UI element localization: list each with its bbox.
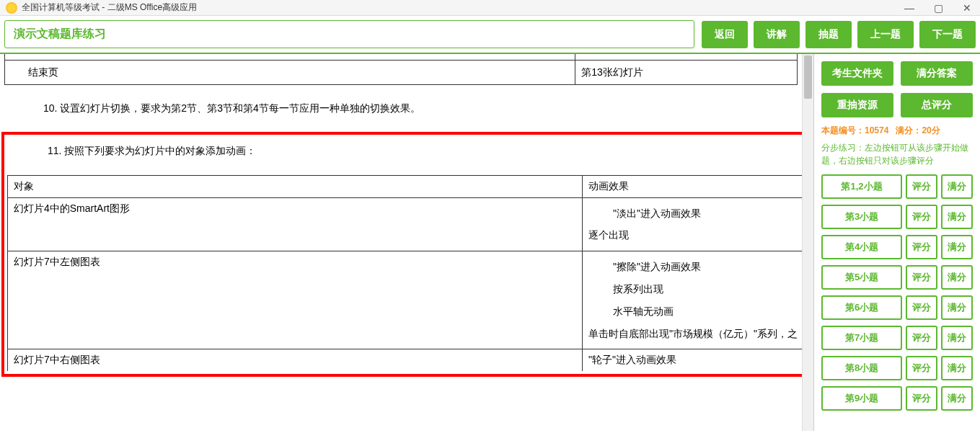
step-full-button-5[interactable]: 满分 xyxy=(941,295,973,320)
header-label: 演示文稿题库练习 xyxy=(14,27,685,42)
scroll-thumb[interactable] xyxy=(804,55,812,99)
step-button-4[interactable]: 第5小题 xyxy=(821,265,902,290)
cell-end-page: 结束页 xyxy=(5,61,575,85)
question-11: 11. 按照下列要求为幻灯片中的对象添加动画： xyxy=(7,135,806,174)
highlighted-question-11: 11. 按照下列要求为幻灯片中的对象添加动画： 对象 动画效果 幻灯片4中的Sm… xyxy=(1,132,812,377)
redraw-button[interactable]: 重抽资源 xyxy=(821,93,893,117)
question-10: 10. 设置幻灯片切换，要求为第2节、第3节和第4节每一节应用一种单独的切换效果… xyxy=(0,85,813,132)
step-button-3[interactable]: 第4小题 xyxy=(821,235,902,259)
cell-slide13: 第13张幻灯片 xyxy=(575,61,798,85)
app-icon xyxy=(6,2,17,14)
cell-right-chart: 幻灯片7中右侧图表 xyxy=(8,349,583,372)
top-partial-table: 结束页 第13张幻灯片 xyxy=(4,54,798,85)
candidate-folder-button[interactable]: 考生文件夹 xyxy=(821,61,893,86)
cell-left-chart-effect: "擦除"进入动画效果 按系列出现 水平轴无动画 单击时自底部出现"市场规模（亿元… xyxy=(583,251,806,349)
steps-container: 第1,2小题评分满分第3小题评分满分第4小题评分满分第5小题评分满分第6小题评分… xyxy=(821,174,973,411)
step-button-7[interactable]: 第8小题 xyxy=(821,356,902,380)
step-full-button-7[interactable]: 满分 xyxy=(941,356,973,380)
cell-smartart-effect: "淡出"进入动画效果 逐个出现 xyxy=(583,197,806,251)
step-full-button-4[interactable]: 满分 xyxy=(941,265,973,290)
full-answer-button[interactable]: 满分答案 xyxy=(901,61,973,86)
explain-button[interactable]: 讲解 xyxy=(754,21,800,48)
side-panel: 考生文件夹 满分答案 重抽资源 总评分 本题编号：10574 满分：20分 分步… xyxy=(814,54,980,431)
maximize-button[interactable]: ▢ xyxy=(931,1,945,15)
question-info: 本题编号：10574 满分：20分 xyxy=(821,125,973,137)
col-header-effect: 动画效果 xyxy=(583,175,806,197)
window-title: 全国计算机等级考试 - 二级MS Office高级应用 xyxy=(22,1,902,14)
step-button-5[interactable]: 第6小题 xyxy=(821,295,902,320)
step-row-1: 第1,2小题评分满分 xyxy=(821,174,973,199)
step-score-button-1[interactable]: 评分 xyxy=(906,174,937,199)
step-full-button-2[interactable]: 满分 xyxy=(941,205,973,229)
draw-button[interactable]: 抽题 xyxy=(805,21,852,48)
step-score-button-8[interactable]: 评分 xyxy=(906,386,937,411)
step-score-button-6[interactable]: 评分 xyxy=(906,326,937,350)
table-row: 幻灯片7中左侧图表 "擦除"进入动画效果 按系列出现 水平轴无动画 单击时自底部… xyxy=(8,251,806,349)
content-pane: 结束页 第13张幻灯片 10. 设置幻灯片切换，要求为第2节、第3节和第4节每一… xyxy=(0,54,814,431)
step-button-1[interactable]: 第1,2小题 xyxy=(821,174,902,199)
practice-info: 分步练习：左边按钮可从该步骤开始做题，右边按钮只对该步骤评分 xyxy=(821,141,973,167)
top-buttons: 返回 讲解 抽题 上一题 下一题 xyxy=(702,20,976,48)
step-full-button-8[interactable]: 满分 xyxy=(941,386,973,411)
title-bar: 全国计算机等级考试 - 二级MS Office高级应用 — ▢ ✕ xyxy=(0,0,980,16)
step-score-button-3[interactable]: 评分 xyxy=(906,235,937,259)
step-score-button-7[interactable]: 评分 xyxy=(906,356,937,380)
step-row-3: 第4小题评分满分 xyxy=(821,235,973,259)
cell-smartart: 幻灯片4中的SmartArt图形 xyxy=(8,197,583,251)
step-score-button-4[interactable]: 评分 xyxy=(906,265,937,290)
table-row: 幻灯片4中的SmartArt图形 "淡出"进入动画效果 逐个出现 xyxy=(8,197,806,251)
step-full-button-6[interactable]: 满分 xyxy=(941,326,973,350)
step-row-7: 第8小题评分满分 xyxy=(821,356,973,380)
animation-table: 对象 动画效果 幻灯片4中的SmartArt图形 "淡出"进入动画效果 逐个出现… xyxy=(7,175,806,372)
header-label-box: 演示文稿题库练习 xyxy=(4,20,694,48)
vertical-scrollbar[interactable] xyxy=(802,54,813,431)
step-row-6: 第7小题评分满分 xyxy=(821,326,973,350)
col-header-object: 对象 xyxy=(8,175,583,197)
close-button[interactable]: ✕ xyxy=(960,1,974,15)
back-button[interactable]: 返回 xyxy=(702,21,748,48)
step-row-4: 第5小题评分满分 xyxy=(821,265,973,290)
total-score-button[interactable]: 总评分 xyxy=(901,93,973,117)
next-button[interactable]: 下一题 xyxy=(919,21,976,48)
minimize-button[interactable]: — xyxy=(902,1,917,15)
step-score-button-2[interactable]: 评分 xyxy=(906,205,937,229)
window-controls: — ▢ ✕ xyxy=(902,1,974,15)
prev-button[interactable]: 上一题 xyxy=(857,21,914,48)
content-inner: 结束页 第13张幻灯片 10. 设置幻灯片切换，要求为第2节、第3节和第4节每一… xyxy=(0,54,813,431)
step-button-2[interactable]: 第3小题 xyxy=(821,205,902,229)
table-row: 结束页 第13张幻灯片 xyxy=(5,61,798,85)
step-score-button-5[interactable]: 评分 xyxy=(906,295,937,320)
table-row: 幻灯片7中右侧图表 "轮子"进入动画效果 xyxy=(8,349,806,372)
main-area: 结束页 第13张幻灯片 10. 设置幻灯片切换，要求为第2节、第3节和第4节每一… xyxy=(0,54,980,431)
header-area: 演示文稿题库练习 返回 讲解 抽题 上一题 下一题 xyxy=(0,16,980,54)
cell-right-chart-effect: "轮子"进入动画效果 xyxy=(583,349,806,372)
step-full-button-3[interactable]: 满分 xyxy=(941,235,973,259)
cell-left-chart: 幻灯片7中左侧图表 xyxy=(8,251,583,349)
step-button-8[interactable]: 第9小题 xyxy=(821,386,902,411)
step-button-6[interactable]: 第7小题 xyxy=(821,326,902,350)
step-row-8: 第9小题评分满分 xyxy=(821,386,973,411)
step-row-2: 第3小题评分满分 xyxy=(821,205,973,229)
step-full-button-1[interactable]: 满分 xyxy=(941,174,973,199)
step-row-5: 第6小题评分满分 xyxy=(821,295,973,320)
table-row: 对象 动画效果 xyxy=(8,175,806,197)
